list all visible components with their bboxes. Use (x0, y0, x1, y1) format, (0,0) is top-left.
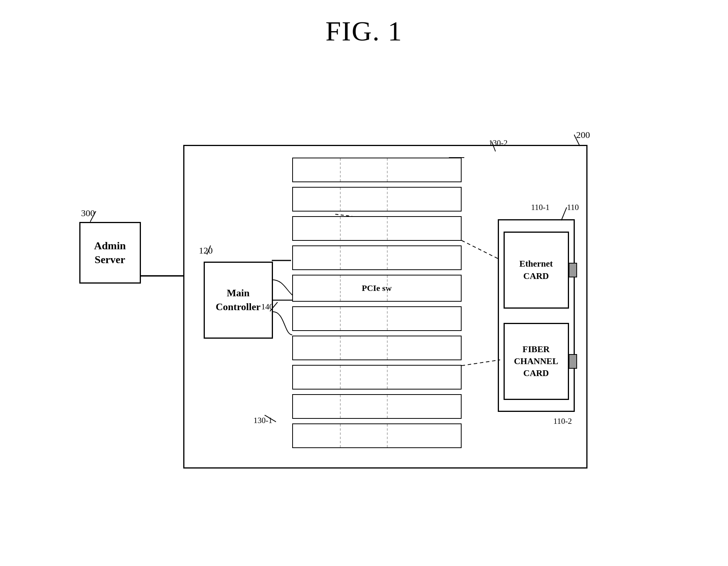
slot-dashed-2 (387, 158, 388, 181)
ethernet-card-box: Ethernet CARD (504, 232, 569, 309)
slot-7 (292, 336, 462, 360)
slot-dashed-1 (340, 336, 341, 359)
slot-dashed-2 (387, 188, 388, 211)
fig-title: FIG. 1 (325, 15, 402, 47)
main-controller-label: Main Controller (216, 286, 261, 314)
svg-line-16 (462, 360, 500, 366)
slot-dashed-1 (340, 366, 341, 389)
svg-line-8 (574, 134, 580, 146)
slot-6 (292, 306, 462, 331)
slot-3 (292, 216, 462, 241)
slot-4 (292, 245, 462, 270)
slot-dashed-2 (387, 336, 388, 359)
ref-140-tick (270, 302, 279, 312)
svg-line-15 (462, 240, 500, 260)
ref-200-tick (574, 134, 586, 147)
slot-dashed-2 (387, 395, 388, 418)
svg-line-10 (492, 141, 495, 151)
slot-dashed-1 (340, 217, 341, 240)
ref-110-2-label: 110-2 (553, 417, 572, 426)
fiber-channel-card-box: FIBER CHANNEL CARD (504, 323, 569, 400)
fiber-channel-card-label: FIBER CHANNEL CARD (514, 343, 558, 379)
slot-dashed-1 (340, 424, 341, 447)
slot-pcie: PCIe sw (292, 275, 462, 302)
admin-server-box: Admin Server (79, 222, 141, 284)
slot-dashed-1 (340, 275, 341, 301)
slot-dashed-1 (340, 307, 341, 330)
ref-110-1-label: 110-1 (531, 203, 549, 212)
ref-120-tick (207, 245, 214, 255)
svg-line-9 (207, 245, 211, 255)
admin-server-area: 300 Admin Server (79, 222, 141, 284)
ethernet-card-label: Ethernet CARD (519, 258, 553, 282)
svg-line-13 (561, 207, 567, 220)
slot-9 (292, 394, 462, 419)
svg-line-11 (270, 302, 278, 311)
svg-line-12 (264, 415, 276, 422)
slot-dashed-2 (387, 275, 388, 301)
slot-dashed-1 (340, 188, 341, 211)
diagram-container: 300 Admin Server 200 120 Main Contr (56, 95, 672, 519)
slot-2 (292, 187, 462, 212)
slot-dashed-2 (387, 246, 388, 269)
fiber-channel-card-connector (569, 354, 577, 369)
svg-line-7 (90, 211, 96, 222)
ref-110-tick (561, 207, 570, 221)
slot-1 (292, 158, 462, 182)
slot-dashed-1 (340, 395, 341, 418)
slot-dashed-1 (340, 158, 341, 181)
ref-130-2-tick (492, 141, 501, 152)
ref-130-1-tick (264, 415, 276, 423)
ethernet-card-connector (569, 263, 577, 277)
cards-enclosure: 110 110-1 Ethernet CARD FIBER CHANNEL CA… (498, 219, 575, 412)
slot-dashed-1 (340, 246, 341, 269)
slot-dashed-2 (387, 217, 388, 240)
outer-enclosure-box: 200 120 Main Controller (183, 145, 587, 469)
slot-8 (292, 365, 462, 390)
ref-300-tick (90, 211, 102, 223)
slot-10 (292, 423, 462, 448)
slot-dashed-2 (387, 424, 388, 447)
slots-container: PCIe sw (292, 158, 462, 458)
main-controller-box: Main Controller (204, 262, 273, 339)
slot-dashed-2 (387, 366, 388, 389)
slot-dashed-2 (387, 307, 388, 330)
admin-server-label: Admin Server (94, 239, 126, 267)
